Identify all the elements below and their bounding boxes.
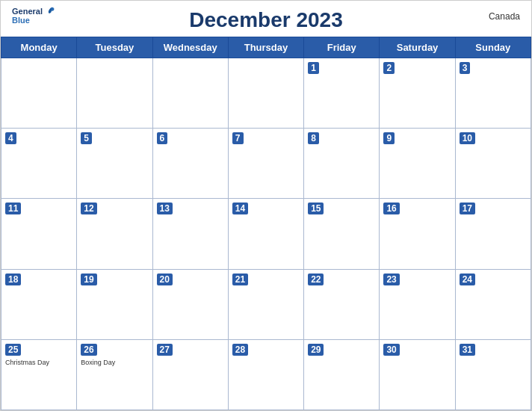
calendar-cell: 4 <box>1 129 77 199</box>
calendar-cell: 31 <box>455 339 531 410</box>
day-number: 15 <box>308 203 324 214</box>
day-number: 5 <box>81 132 92 144</box>
day-number: 19 <box>81 274 96 285</box>
day-number: 30 <box>383 344 399 356</box>
weekday-saturday: Saturday <box>380 37 455 58</box>
calendar-cell: 29 <box>304 339 380 410</box>
calendar-cell: 27 <box>152 339 228 410</box>
weekday-monday: Monday <box>1 37 77 58</box>
day-number: 13 <box>157 203 173 214</box>
calendar-week-row: 25Christmas Day26Boxing Day2728293031 <box>1 339 531 410</box>
calendar-cell: 28 <box>228 339 303 410</box>
calendar-week-row: 11121314151617 <box>1 199 531 269</box>
calendar-cell: 20 <box>152 269 228 339</box>
calendar-cell <box>228 58 303 129</box>
calendar-week-row: 18192021222324 <box>1 269 531 339</box>
calendar-cell: 9 <box>380 129 455 199</box>
day-number: 26 <box>81 344 96 356</box>
day-number: 23 <box>383 274 399 285</box>
calendar-cell: 8 <box>304 129 380 199</box>
day-number: 4 <box>5 132 16 144</box>
calendar-cell: 18 <box>1 269 77 339</box>
day-number: 10 <box>460 132 475 144</box>
calendar-cell: 10 <box>455 129 531 199</box>
calendar-cell: 15 <box>304 199 380 269</box>
logo-blue-text: Blue <box>12 16 30 25</box>
day-number: 24 <box>460 274 475 285</box>
day-number: 1 <box>308 62 319 74</box>
day-number: 11 <box>5 203 21 214</box>
holiday-label: Boxing Day <box>81 359 148 366</box>
day-number: 28 <box>232 344 248 356</box>
logo-general-text: General <box>12 7 43 16</box>
weekday-header-row: Monday Tuesday Wednesday Thursday Friday… <box>1 37 531 58</box>
calendar-cell: 17 <box>455 199 531 269</box>
country-label: Canada <box>489 11 520 22</box>
day-number: 18 <box>5 274 21 285</box>
calendar-cell <box>77 58 152 129</box>
day-number: 25 <box>5 344 21 356</box>
calendar-week-row: 45678910 <box>1 129 531 199</box>
calendar-wrapper: General Blue December 2023 Canada Monday… <box>0 0 532 411</box>
weekday-thursday: Thursday <box>228 37 303 58</box>
day-number: 31 <box>460 344 475 356</box>
calendar-cell <box>152 58 228 129</box>
day-number: 3 <box>460 62 471 74</box>
calendar-cell: 24 <box>455 269 531 339</box>
calendar-cell: 14 <box>228 199 303 269</box>
calendar-cell: 6 <box>152 129 228 199</box>
calendar-week-row: 123 <box>1 58 531 129</box>
calendar-cell: 26Boxing Day <box>77 339 152 410</box>
calendar-cell: 11 <box>1 199 77 269</box>
weekday-tuesday: Tuesday <box>77 37 152 58</box>
day-number: 6 <box>157 132 168 144</box>
day-number: 7 <box>232 132 244 144</box>
calendar-cell: 12 <box>77 199 152 269</box>
calendar-cell: 2 <box>380 58 455 129</box>
weekday-wednesday: Wednesday <box>152 37 228 58</box>
calendar-cell <box>1 58 77 129</box>
calendar-cell: 25Christmas Day <box>1 339 77 410</box>
calendar-cell: 23 <box>380 269 455 339</box>
day-number: 21 <box>232 274 248 285</box>
day-number: 22 <box>308 274 324 285</box>
day-number: 29 <box>308 344 324 356</box>
calendar-title: December 2023 <box>189 8 342 32</box>
calendar-cell: 5 <box>77 129 152 199</box>
logo: General Blue <box>12 7 43 25</box>
calendar-cell: 30 <box>380 339 455 410</box>
day-number: 17 <box>460 203 475 214</box>
calendar-cell: 13 <box>152 199 228 269</box>
calendar-cell: 3 <box>455 58 531 129</box>
holiday-label: Christmas Day <box>5 359 72 366</box>
calendar-cell: 19 <box>77 269 152 339</box>
day-number: 9 <box>383 132 395 144</box>
day-number: 2 <box>383 62 395 74</box>
calendar-cell: 16 <box>380 199 455 269</box>
day-number: 20 <box>157 274 173 285</box>
day-number: 12 <box>81 203 96 214</box>
calendar-cell: 7 <box>228 129 303 199</box>
calendar-table: Monday Tuesday Wednesday Thursday Friday… <box>1 37 531 410</box>
day-number: 8 <box>308 132 319 144</box>
day-number: 27 <box>157 344 173 356</box>
calendar-cell: 21 <box>228 269 303 339</box>
calendar-cell: 22 <box>304 269 380 339</box>
weekday-friday: Friday <box>304 37 380 58</box>
calendar-header: General Blue December 2023 Canada <box>1 1 531 37</box>
calendar-cell: 1 <box>304 58 380 129</box>
weekday-sunday: Sunday <box>455 37 531 58</box>
day-number: 14 <box>232 203 248 214</box>
day-number: 16 <box>383 203 399 214</box>
